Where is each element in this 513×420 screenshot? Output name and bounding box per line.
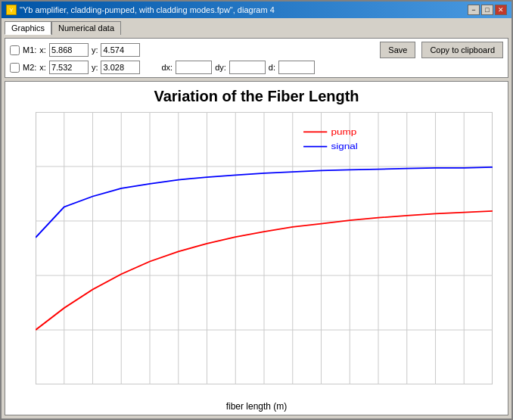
m1-y-input[interactable] — [101, 43, 140, 57]
content-area: Graphics Numerical data M1: x: y: Save — [2, 18, 511, 418]
m2-x-input[interactable] — [49, 61, 89, 74]
m2-x-label: x: — [39, 63, 46, 72]
m2-checkbox[interactable] — [10, 63, 20, 73]
d-input[interactable] — [278, 61, 315, 74]
svg-text:signal: signal — [331, 142, 358, 151]
chart-area: Variation of the Fiber Length — [5, 81, 508, 415]
m2-y-input[interactable] — [101, 61, 140, 74]
title-bar: Y "Yb amplifier, cladding-pumped, with c… — [2, 2, 511, 18]
m1-x-label: x: — [39, 45, 46, 54]
svg-text:pump: pump — [331, 127, 357, 137]
m2-label: M2: — [23, 63, 36, 72]
dx-input[interactable] — [176, 61, 212, 74]
tab-numerical-data[interactable]: Numerical data — [51, 21, 121, 35]
dy-input[interactable] — [229, 61, 266, 74]
m1-label: M1: — [23, 45, 36, 54]
dx-label: dx: — [161, 63, 173, 72]
title-bar-left: Y "Yb amplifier, cladding-pumped, with c… — [6, 5, 275, 15]
close-button[interactable]: ✕ — [495, 5, 507, 15]
toolbar-bottom-row: M2: x: y: dx: dy: d: — [10, 61, 503, 74]
toolbar: M1: x: y: Save Copy to clipboard M2: x: — [5, 38, 508, 78]
save-button[interactable]: Save — [380, 42, 415, 58]
title-buttons: − □ ✕ — [468, 5, 507, 15]
tab-graphics[interactable]: Graphics — [5, 21, 51, 35]
minimize-button[interactable]: − — [468, 5, 480, 15]
x-axis-label: fiber length (m) — [5, 401, 508, 412]
tab-bar: Graphics Numerical data — [5, 21, 508, 35]
m1-y-label: y: — [92, 45, 98, 54]
m2-y-label: y: — [92, 63, 98, 72]
maximize-button[interactable]: □ — [481, 5, 493, 15]
m2-row: M2: x: y: — [10, 61, 140, 74]
dy-label: dy: — [215, 63, 226, 72]
chart-title: Variation of the Fiber Length — [5, 82, 508, 105]
toolbar-top-row: M1: x: y: Save Copy to clipboard — [10, 42, 503, 58]
chart-svg: 0 2 4 6 8 10 2 2.5 3 3.5 4 4.5 5 5.5 6 — [36, 112, 493, 384]
delta-row: dx: dy: d: — [161, 61, 315, 74]
window-title: "Yb amplifier, cladding-pumped, with cla… — [20, 5, 275, 14]
d-label: d: — [269, 63, 275, 72]
window-icon: Y — [6, 5, 17, 15]
m1-row: M1: x: y: — [10, 43, 140, 57]
m1-checkbox[interactable] — [10, 45, 20, 55]
m1-x-input[interactable] — [49, 43, 89, 57]
copy-clipboard-button[interactable]: Copy to clipboard — [421, 42, 503, 58]
chart-container: 0 2 4 6 8 10 2 2.5 3 3.5 4 4.5 5 5.5 6 — [36, 112, 493, 384]
main-window: Y "Yb amplifier, cladding-pumped, with c… — [0, 0, 513, 420]
